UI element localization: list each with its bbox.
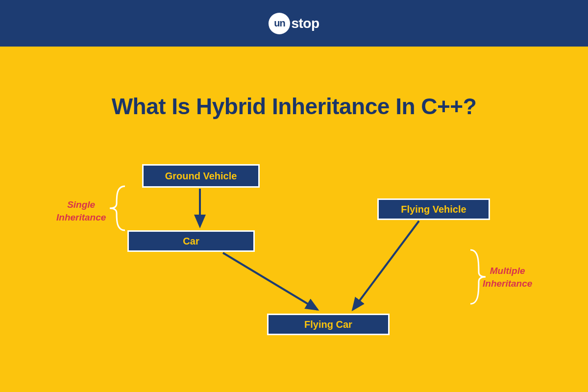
- arrow-car-to-flyingcar: [223, 253, 318, 310]
- logo-circle-text: un: [274, 18, 285, 29]
- annotation-single-text: Single Inheritance: [56, 199, 106, 222]
- header-bar: un stop: [0, 0, 588, 47]
- node-car: Car: [127, 230, 255, 252]
- diagram-page: un stop What Is Hybrid Inheritance In C+…: [0, 0, 588, 392]
- brace-left-icon: [110, 186, 125, 230]
- node-car-label: Car: [183, 236, 199, 247]
- node-ground-vehicle-label: Ground Vehicle: [165, 171, 237, 182]
- logo-circle-icon: un: [269, 13, 290, 34]
- annotation-single-inheritance: Single Inheritance: [56, 198, 106, 223]
- node-flying-car: Flying Car: [267, 314, 390, 335]
- annotation-multiple-inheritance: Multiple Inheritance: [483, 265, 532, 290]
- node-ground-vehicle: Ground Vehicle: [142, 164, 260, 188]
- brand-logo: un stop: [269, 13, 319, 34]
- page-title: What Is Hybrid Inheritance In C++?: [0, 93, 588, 120]
- node-flying-vehicle: Flying Vehicle: [377, 198, 490, 220]
- arrow-flyingvehicle-to-flyingcar: [353, 221, 419, 310]
- node-flying-vehicle-label: Flying Vehicle: [401, 204, 466, 215]
- logo-rest-text: stop: [291, 16, 319, 31]
- annotation-multiple-text: Multiple Inheritance: [483, 266, 532, 289]
- node-flying-car-label: Flying Car: [304, 319, 352, 330]
